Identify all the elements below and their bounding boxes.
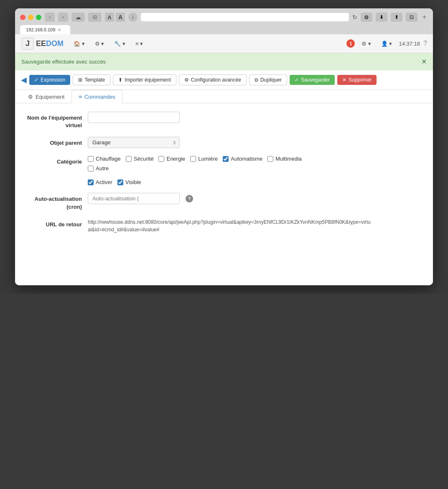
category-label: Catégorie bbox=[21, 156, 88, 166]
home-menu-button[interactable]: 🏠 ▾ bbox=[70, 39, 88, 49]
duplicate-button[interactable]: ⧉ Dupliquer bbox=[249, 74, 287, 85]
delete-button[interactable]: ✕ Supprimer bbox=[337, 75, 377, 85]
info-icon: i bbox=[128, 13, 137, 22]
import-button[interactable]: ⬆ Importer équipement bbox=[113, 74, 176, 85]
form-content: Nom de l'équipement virtuel virtuel_kerm… bbox=[15, 103, 433, 249]
autre-checkbox[interactable] bbox=[88, 166, 94, 172]
template-button[interactable]: ⊞ Template bbox=[73, 74, 110, 85]
activer-label-empty bbox=[21, 179, 88, 182]
help-icon[interactable]: ? bbox=[423, 40, 427, 47]
browser-tab[interactable]: 192.168.0.109 ✕ bbox=[20, 25, 70, 34]
duplicate-icon: ⧉ bbox=[255, 77, 258, 83]
reload-button[interactable]: ↻ bbox=[352, 14, 357, 20]
svg-text:J: J bbox=[25, 39, 30, 48]
import-icon: ⬆ bbox=[118, 77, 122, 83]
alert-message: Sauvegarde effectuée avec succès bbox=[21, 59, 106, 65]
automatisme-checkbox[interactable] bbox=[223, 156, 229, 162]
name-input[interactable]: virtuel_kermit_29septembre bbox=[88, 112, 180, 123]
font-small-button[interactable]: A bbox=[105, 13, 114, 22]
category-energie: Energie bbox=[158, 156, 185, 162]
new-tab-button[interactable]: + bbox=[421, 13, 428, 21]
category-row-2: Autre bbox=[88, 165, 302, 172]
share-icon: ⬆ bbox=[391, 13, 402, 22]
category-automatisme: Automatisme bbox=[223, 156, 262, 162]
save-icon: ✓ bbox=[295, 77, 299, 83]
settings-menu-button[interactable]: ⚙ ▾ bbox=[358, 39, 374, 49]
config-icon: ⚙ bbox=[184, 77, 189, 83]
name-field-group: Nom de l'équipement virtuel virtuel_kerm… bbox=[21, 112, 427, 129]
category-row-1: Chauffage Sécurité Energie Lumière bbox=[88, 156, 302, 162]
success-alert: Sauvegarde effectuée avec succès ✕ bbox=[15, 53, 433, 70]
notification-badge[interactable]: 1 bbox=[346, 39, 355, 48]
auto-help-icon[interactable]: ? bbox=[186, 195, 193, 202]
parent-select[interactable]: Garage Salon Cuisine bbox=[88, 137, 180, 148]
auto-input[interactable] bbox=[88, 193, 180, 204]
equipement-tab-icon: ⚙ bbox=[28, 94, 33, 100]
header-time: 14:37:18 bbox=[399, 41, 420, 47]
maximize-window-button[interactable] bbox=[36, 15, 41, 20]
expression-icon: ✓ bbox=[34, 77, 38, 83]
parent-label: Objet parent bbox=[21, 137, 88, 147]
logo-text: EEDOM bbox=[36, 39, 64, 48]
app-header: J EEDOM 🏠 ▾ ⚙ ▾ 🔧 ▾ ≡ ▾ 1 ⚙ ▾ 👤 ▾ 14:37:… bbox=[15, 34, 433, 53]
template-icon: ⊞ bbox=[78, 77, 82, 83]
alert-close-button[interactable]: ✕ bbox=[421, 58, 427, 66]
user-menu-button[interactable]: 👤 ▾ bbox=[378, 39, 396, 49]
tools-menu-button[interactable]: 🔧 ▾ bbox=[111, 39, 129, 49]
back-nav-button[interactable]: ‹ bbox=[45, 13, 55, 22]
category-autre: Autre bbox=[88, 165, 109, 172]
activer-checkbox[interactable] bbox=[88, 179, 94, 185]
energie-checkbox[interactable] bbox=[158, 156, 164, 162]
name-label: Nom de l'équipement virtuel bbox=[21, 112, 88, 129]
plugin-menu-button[interactable]: ⚙ ▾ bbox=[92, 39, 108, 49]
fullscreen-icon: ⊡ bbox=[406, 13, 417, 22]
auto-field-group: Auto-actualisation (cron) ? bbox=[21, 193, 427, 210]
chauffage-checkbox[interactable] bbox=[88, 156, 94, 162]
url-label: URL de retour bbox=[21, 218, 88, 228]
cloud-icon: ☁ bbox=[71, 13, 85, 22]
layout-icon: ⊟ bbox=[88, 13, 102, 22]
download-icon: ⬇ bbox=[376, 13, 387, 22]
logo: J EEDOM bbox=[21, 37, 64, 50]
traffic-lights bbox=[20, 15, 41, 20]
lumiere-checkbox[interactable] bbox=[190, 156, 196, 162]
category-field-group: Catégorie Chauffage Sécurité bbox=[21, 156, 427, 172]
tab-close-button[interactable]: ✕ bbox=[58, 28, 61, 32]
back-button[interactable]: ◀ bbox=[21, 75, 27, 84]
close-window-button[interactable] bbox=[20, 15, 25, 20]
tab-label: 192.168.0.109 bbox=[26, 27, 55, 32]
expression-button[interactable]: ✓ Expression bbox=[29, 75, 70, 85]
nav-tabs: ⚙ Equipement ≡ Commandes bbox=[15, 90, 433, 103]
category-checkboxes: Chauffage Sécurité Energie Lumière bbox=[88, 156, 302, 172]
url-display: http://newhouse.ddns.net:8080/core/api/j… bbox=[88, 218, 372, 233]
tab-commandes[interactable]: ≡ Commandes bbox=[71, 90, 122, 103]
category-securite: Sécurité bbox=[126, 156, 154, 162]
commandes-tab-icon: ≡ bbox=[79, 94, 82, 100]
multimedia-checkbox[interactable] bbox=[267, 156, 273, 162]
category-multimedia: Multimedia bbox=[267, 156, 302, 162]
parent-select-wrapper: Garage Salon Cuisine bbox=[88, 137, 180, 148]
url-field-group: URL de retour http://newhouse.ddns.net:8… bbox=[21, 218, 427, 233]
toolbar: ◀ ✓ Expression ⊞ Template ⬆ Importer équ… bbox=[15, 70, 433, 90]
url-bar[interactable]: 192.168.0.109 bbox=[141, 13, 349, 21]
visible-item: Visible bbox=[117, 179, 141, 185]
category-chauffage: Chauffage bbox=[88, 156, 121, 162]
list-menu-button[interactable]: ≡ ▾ bbox=[132, 39, 146, 49]
forward-nav-button[interactable]: › bbox=[58, 13, 68, 22]
activer-field-group: Activer Visible bbox=[21, 179, 427, 185]
font-large-button[interactable]: A bbox=[116, 13, 125, 22]
delete-icon: ✕ bbox=[342, 77, 346, 83]
activer-item: Activer bbox=[88, 179, 112, 185]
minimize-window-button[interactable] bbox=[28, 15, 33, 20]
activer-visible-group: Activer Visible bbox=[88, 179, 141, 185]
securite-checkbox[interactable] bbox=[126, 156, 132, 162]
config-button[interactable]: ⚙ Configuration avancée bbox=[179, 74, 247, 85]
tab-equipement[interactable]: ⚙ Equipement bbox=[21, 90, 71, 103]
auto-label: Auto-actualisation (cron) bbox=[21, 193, 88, 210]
settings-icon: ⚙ bbox=[361, 13, 372, 22]
save-button[interactable]: ✓ Sauvegarder bbox=[290, 75, 335, 85]
category-lumiere: Lumière bbox=[190, 156, 218, 162]
visible-checkbox[interactable] bbox=[117, 179, 123, 185]
parent-field-group: Objet parent Garage Salon Cuisine bbox=[21, 137, 427, 148]
